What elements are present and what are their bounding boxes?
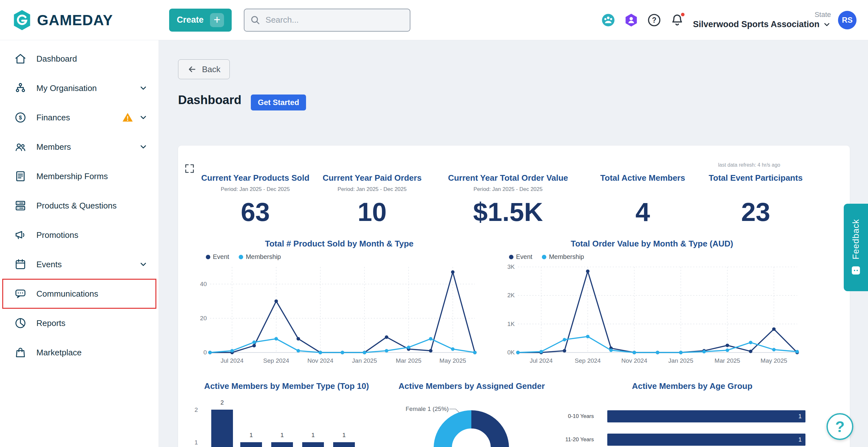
stat-title: Current Year Paid Orders [304, 173, 441, 183]
svg-text:Jul 2024: Jul 2024 [220, 357, 244, 364]
communications-icon [14, 287, 27, 300]
gameday-logo[interactable]: GAMEDAY [0, 9, 159, 31]
age-bar-value: 1 [799, 437, 802, 443]
arrow-left-icon [187, 64, 197, 74]
age-bar-label: 11-20 Years [542, 437, 600, 443]
sidebar-item-label: My Organisation [36, 83, 97, 93]
back-button-label: Back [202, 64, 220, 74]
feedback-tab-label: Feedback [851, 219, 861, 260]
svg-text:2: 2 [194, 407, 198, 413]
svg-text:Mar 2025: Mar 2025 [714, 357, 740, 364]
sidebar-item-label: Communications [36, 289, 98, 299]
expand-icon[interactable] [184, 163, 195, 174]
sidebar-item-label: Events [36, 260, 62, 269]
svg-text:3K: 3K [507, 263, 515, 270]
pie-chart-svg: Female 1 (25%) [376, 392, 567, 447]
passport-icon[interactable] [624, 13, 639, 27]
sidebar-item-finances[interactable]: $Finances [0, 103, 159, 132]
sidebar-item-label: Reports [36, 318, 65, 328]
svg-text:Sep 2024: Sep 2024 [575, 357, 601, 364]
svg-text:20: 20 [200, 315, 207, 322]
chevron-down-icon [139, 142, 148, 151]
notifications-icon[interactable] [670, 13, 684, 27]
svg-text:2: 2 [220, 399, 224, 406]
app-root: GAMEDAY Create + ? State Silverwood Spor… [0, 0, 868, 447]
warning-icon [122, 112, 134, 124]
feedback-tab[interactable]: Feedback [844, 204, 868, 291]
svg-text:May 2025: May 2025 [761, 357, 787, 364]
sidebar-item-promotions[interactable]: Promotions [0, 220, 159, 250]
age-bar: 1 [607, 410, 805, 422]
legend-item: Membership [542, 253, 584, 261]
refresh-note: last data refresh: 4 hr/s ago [718, 162, 780, 168]
stat-title: Current Year Total Order Value [439, 173, 577, 183]
svg-text:1: 1 [250, 432, 253, 438]
stat-period: Period: Jan 2025 - Dec 2025 [304, 186, 441, 192]
svg-text:2K: 2K [507, 292, 515, 299]
svg-text:May 2025: May 2025 [439, 357, 466, 364]
svg-text:1: 1 [342, 432, 346, 438]
dashboard-card: last data refresh: 4 hr/s ago Current Ye… [178, 146, 850, 447]
sidebar-item-products-questions[interactable]: Products & Questions [0, 191, 159, 220]
sidebar-item-reports[interactable]: Reports [0, 308, 159, 338]
org-selector[interactable]: State Silverwood Sports Association [693, 10, 831, 29]
back-button[interactable]: Back [178, 59, 230, 79]
stat-current-year-total-order-value: Current Year Total Order ValuePeriod: Ja… [439, 173, 577, 227]
sidebar-item-label: Members [36, 142, 71, 152]
age-bar: 1 [607, 434, 805, 446]
legend-item: Event [206, 253, 229, 261]
sidebar-nav: DashboardMy Organisation$FinancesMembers… [0, 44, 159, 367]
stat-title: Total Event Participants [687, 173, 824, 183]
svg-text:1: 1 [311, 432, 315, 438]
sidebar-item-label: Promotions [36, 230, 79, 240]
sidebar-item-membership-forms[interactable]: Membership Forms [0, 161, 159, 191]
top-right-cluster: ? State Silverwood Sports Association RS [601, 10, 868, 29]
svg-text:0K: 0K [507, 349, 515, 356]
line-chart-svg: 0K1K2K3KJul 2024Sep 2024Nov 2024Jan 2025… [499, 262, 805, 367]
avatar[interactable]: RS [838, 11, 857, 29]
age-bar-row: 11-20 Years1 [542, 434, 842, 446]
stat-value: $1.5K [439, 197, 577, 227]
feedback-icon [850, 265, 861, 276]
sidebar-item-my-organisation[interactable]: My Organisation [0, 73, 159, 103]
members-icon [14, 141, 27, 153]
chevron-down-icon [139, 84, 148, 93]
sidebar-item-label: Marketplace [36, 348, 82, 358]
create-button[interactable]: Create + [169, 9, 232, 32]
legend-item: Event [509, 253, 532, 261]
help-icon[interactable]: ? [647, 13, 661, 27]
promotions-icon [14, 229, 27, 241]
reports-icon [14, 317, 27, 329]
member-type-chart: Active Members by Member Type (Top 10)21… [181, 381, 392, 447]
chart-title: Active Members by Age Group [542, 381, 842, 391]
sidebar-item-marketplace[interactable]: Marketplace [0, 338, 159, 367]
sidebar-item-label: Membership Forms [36, 172, 108, 181]
community-icon[interactable] [601, 13, 616, 27]
svg-text:?: ? [652, 16, 656, 24]
chevron-down-icon [139, 113, 148, 122]
events-icon [14, 258, 27, 271]
plus-icon: + [210, 13, 224, 27]
svg-text:Sep 2024: Sep 2024 [263, 357, 289, 364]
sidebar-item-dashboard[interactable]: Dashboard [0, 44, 159, 73]
marketplace-icon [14, 346, 27, 359]
svg-text:Mar 2025: Mar 2025 [396, 357, 421, 364]
org-name: Silverwood Sports Association [693, 20, 819, 29]
sidebar-item-events[interactable]: Events [0, 250, 159, 279]
page-title: Dashboard [178, 93, 241, 107]
finances-icon: $ [14, 111, 27, 124]
gameday-logo-icon [13, 9, 31, 31]
search-icon [250, 14, 261, 26]
products-icon [14, 199, 27, 212]
age-bar-value: 1 [799, 413, 802, 420]
get-started-button[interactable]: Get Started [251, 94, 306, 111]
help-button[interactable]: ? [827, 413, 853, 440]
line-chart-svg: 02040Jul 2024Sep 2024Nov 2024Jan 2025Mar… [196, 262, 483, 367]
sidebar-item-communications[interactable]: Communications [0, 279, 159, 308]
search-input[interactable] [244, 9, 410, 32]
chart-title: Active Members by Member Type (Top 10) [181, 381, 392, 391]
sidebar-item-members[interactable]: Members [0, 132, 159, 161]
chevron-down-icon [823, 21, 831, 29]
search-bar [244, 9, 410, 32]
stat-period [687, 186, 824, 192]
